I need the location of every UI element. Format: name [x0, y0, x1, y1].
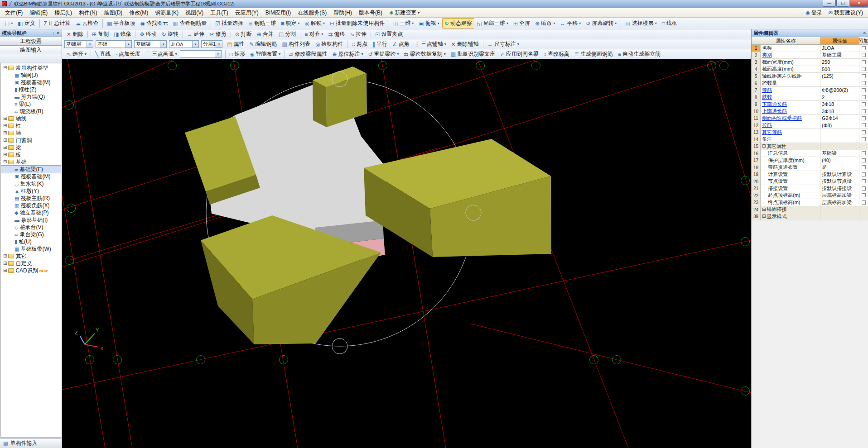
property-value-cell[interactable]	[820, 213, 859, 220]
toolbar-button[interactable]: ✥ 移动 ▾	[137, 29, 159, 39]
menu-item[interactable]: 编辑(E) ▾	[26, 8, 51, 18]
tree-item[interactable]: ⊟ ⊞ ▣ 筏板基础(M)	[1, 79, 61, 86]
pin-icon[interactable]: ↓	[53, 31, 55, 35]
toolbar-button[interactable]: ⊟ 批量删除未使用构件 ▾	[328, 18, 387, 29]
menu-item[interactable]: 云应用(Y) ▾	[232, 8, 262, 18]
toolbar-button[interactable]: ▥ 批量识别梁支座 ▾	[448, 49, 497, 59]
property-row[interactable]: 16 ⊟ ⊞ 汇总信息 基础梁	[752, 150, 868, 157]
menu-item[interactable]: 工具(T) ▾	[207, 8, 231, 18]
toolbar-button[interactable]: ◉ 查找图元 ▾	[138, 18, 170, 29]
property-row[interactable]: 10 ⊟ ⊞ 上部通长筋 3Φ18	[752, 108, 868, 115]
property-row[interactable]: 7 ⊟ ⊞ 箍筋 Φ8@200(2)	[752, 87, 868, 94]
toolbar-button[interactable]: ▾	[225, 50, 226, 58]
toolbar-button[interactable]: ◫ 三维 ▾	[391, 18, 416, 29]
tree-item[interactable]: ⊟ ⊞ ▱ 承台梁(G)	[1, 231, 61, 238]
property-row[interactable]: 39 ⊟ ⊞ 显示样式	[752, 213, 868, 220]
menu-item[interactable]: 绘图(D) ▾	[101, 8, 126, 18]
toolbar-button[interactable]: ▾	[621, 19, 621, 28]
toolbar-button[interactable]: ↔ 平移 ▾	[558, 18, 583, 29]
expand-icon[interactable]: ⊞	[3, 153, 7, 157]
extra-cell[interactable]	[859, 136, 868, 143]
tree-item[interactable]: ⊟ ⊞ ◇ 桩承台(V)	[1, 224, 61, 231]
property-row[interactable]: 11 ⊟ ⊞ 侧面构造或受扭筋 G2Φ14	[752, 115, 868, 122]
extra-cell[interactable]	[859, 115, 868, 122]
extra-cell[interactable]	[859, 45, 868, 52]
extra-cell[interactable]	[859, 101, 868, 108]
expand-icon[interactable]: ⊞	[3, 116, 7, 121]
toolbar-button[interactable]: ▤ 选择楼层 ▾	[623, 18, 659, 29]
toolbar-button[interactable]: ≡ 自动生成架立筋 ▾	[616, 49, 663, 59]
checkbox[interactable]	[862, 186, 866, 191]
toolbar-button[interactable]: ↻ 动态观察 ▾	[442, 18, 474, 29]
checkbox[interactable]	[862, 193, 866, 197]
checkbox[interactable]	[862, 109, 866, 113]
toolbar-button[interactable]: ↺ 屏幕旋转 ▾	[583, 18, 619, 29]
menu-item[interactable]: 文件(F) ▾	[2, 8, 26, 18]
close-icon[interactable]: ✕	[863, 31, 866, 35]
toolbar-button[interactable]: □ 线框 ▾	[660, 18, 680, 29]
property-row[interactable]: 3 ⊟ ⊞ 截面宽度(mm) 250	[752, 59, 868, 66]
minimize-button[interactable]: —	[823, 0, 836, 7]
property-value-cell[interactable]: 3Φ18	[820, 101, 859, 108]
toolbar-button[interactable]: ▾	[183, 31, 183, 38]
layer-combobox[interactable]: 基础梁 ▾	[134, 40, 167, 48]
toolbar-button[interactable]: ⊡ 设置夹点 ▾	[373, 29, 405, 39]
toolbar-button[interactable]: ◫ 分割 ▾	[276, 29, 298, 39]
expand-icon[interactable]: ⊞	[762, 207, 766, 212]
toolbar-button[interactable]: → 延伸 ▾	[185, 29, 207, 39]
menu-item[interactable]: ✱ 新建变更 ▾	[386, 8, 423, 18]
property-row[interactable]: 9 ⊟ ⊞ 下部通长筋 3Φ18	[752, 101, 868, 108]
toolbar-button[interactable]: ⊕ 原位标注 ▾	[330, 49, 365, 59]
extra-cell[interactable]	[859, 206, 868, 213]
property-row[interactable]: 5 ⊟ ⊞ 轴线距离左边线距 (125)	[752, 73, 868, 80]
property-value-cell[interactable]: 层底标高加梁	[820, 199, 859, 206]
menu-item[interactable]: BIM应用(I) ▾	[262, 8, 294, 18]
tree-item[interactable]: ⊟ ⊞ ▬ 剪力墙(Q)	[1, 93, 61, 100]
single-component-input-bar[interactable]: ▤ 单构件输入	[0, 438, 62, 448]
property-value-cell[interactable]: (Φ8)	[820, 122, 859, 129]
toolbar-button[interactable]: ⊕ 合并 ▾	[255, 29, 276, 39]
tree-item[interactable]: ⊟ ⊞ ◡ 集水坑(K)	[1, 180, 61, 187]
toolbar-button[interactable]: ✕ 删除 ▾	[64, 29, 86, 39]
extra-cell[interactable]	[859, 199, 868, 206]
tree-item[interactable]: ⊟ ⊞ 自定义	[1, 260, 61, 267]
close-button[interactable]: ✕	[850, 0, 868, 7]
toolbar-button[interactable]: ⇉ 偏移 ▾	[326, 29, 347, 39]
tree-item[interactable]: ⊟ ⊞ ◆ 独立基础(P)	[1, 209, 61, 216]
extra-cell[interactable]	[859, 73, 868, 80]
extra-cell[interactable]	[859, 164, 868, 171]
property-row[interactable]: 1 ⊟ ⊞ 名称 JLOA	[752, 45, 868, 52]
menu-item[interactable]: 楼层(L) ▾	[51, 8, 75, 18]
checkbox[interactable]	[862, 74, 866, 78]
toolbar-button[interactable]: ▾	[483, 40, 483, 48]
toolbar-button[interactable]: ↔ 尺寸标注 ▾	[485, 39, 521, 49]
property-row[interactable]: 4 ⊟ ⊞ 截面高度(mm) 500	[752, 66, 868, 73]
tree-item[interactable]: ⊟ ⊞ 基础	[1, 158, 61, 166]
checkbox[interactable]	[862, 46, 866, 50]
property-row[interactable]: 24 ⊟ ⊞ 锚固搭接	[752, 206, 868, 214]
toolbar-button[interactable]: ✂ 修剪 ▾	[207, 29, 229, 39]
tree-item[interactable]: ⊟ ⊞ ▤ 筏板主筋(R)	[1, 195, 61, 202]
toolbar-button[interactable]: ◙ 锁定 ▾	[279, 18, 302, 29]
menu-item[interactable]: 版本号(B) ▾	[356, 8, 386, 18]
checkbox[interactable]	[862, 88, 866, 92]
toolbar-button[interactable]: ∥ 平行 ▾	[370, 39, 390, 49]
toolbar-button[interactable]: ▥ 构件列表 ▾	[280, 39, 313, 49]
toolbar-button[interactable]: ∷ 两点 ▾	[349, 39, 370, 49]
extra-cell[interactable]	[859, 178, 868, 185]
tree-item[interactable]: ⊟ ⊞ ▦ 轴网(J)	[1, 71, 61, 79]
tree-item[interactable]: ⊟ ⊞ 其它	[1, 253, 61, 260]
tree-item[interactable]: ⊟ ⊞ ▥ 筏板负筋(X)	[1, 202, 61, 209]
toolbar-button[interactable]: ◨ 镜像 ▾	[111, 29, 133, 39]
property-value-cell[interactable]: 基础主梁	[820, 52, 859, 59]
expand-icon[interactable]: ⊞	[3, 131, 7, 135]
toolbar-button[interactable]: ▢ ▾	[2, 19, 15, 28]
arc-mode-combobox[interactable]: ▾	[180, 50, 222, 58]
toolbar-button[interactable]: ◎ 拾取构件 ▾	[313, 39, 345, 49]
layer-combobox[interactable]: 基础 ▾	[96, 40, 132, 48]
checkbox[interactable]	[862, 67, 866, 71]
toolbar-button[interactable]: ↺ 重提梁跨 ▾	[366, 49, 401, 59]
toolbar-button[interactable]: ▱ 修改梁段属性 ▾	[287, 49, 329, 59]
toolbar-button[interactable]: □ 矩形 ▾	[227, 49, 247, 59]
tree-item[interactable]: ⊟ ⊞ 门窗洞	[1, 137, 61, 144]
